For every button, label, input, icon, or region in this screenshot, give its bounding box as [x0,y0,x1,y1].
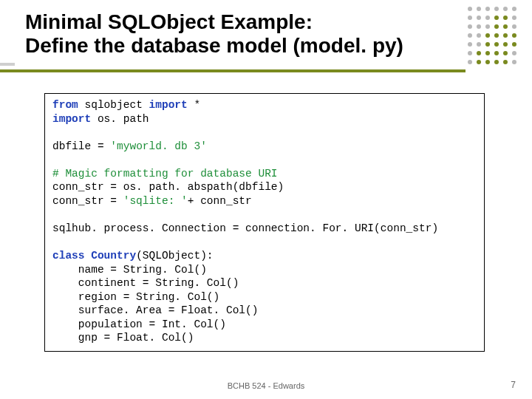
svg-point-37 [485,51,490,55]
svg-point-21 [512,51,516,55]
svg-point-42 [494,60,499,64]
svg-point-17 [477,33,481,38]
svg-point-41 [485,60,490,64]
svg-point-38 [494,51,499,55]
svg-point-43 [503,60,508,64]
page-number: 7 [511,380,516,390]
svg-point-16 [468,33,472,38]
svg-rect-0 [0,69,466,72]
svg-point-33 [494,42,499,47]
title-line-1: Minimal SQLObject Example: [25,10,313,33]
svg-point-6 [503,7,508,11]
svg-point-27 [503,24,508,29]
svg-point-34 [503,42,508,47]
str-dbfile: 'myworld. db 3' [110,140,207,152]
svg-point-22 [468,60,472,64]
classname: Country [91,250,136,262]
svg-point-10 [485,16,490,20]
svg-point-31 [512,33,516,38]
svg-point-28 [485,33,490,38]
svg-point-15 [512,24,516,29]
svg-point-2 [468,7,472,11]
kw-class: class [52,250,85,262]
svg-point-7 [512,7,516,11]
svg-point-40 [477,60,481,64]
svg-point-29 [494,33,499,38]
comment: # Magic formatting for database URI [52,168,278,180]
svg-point-14 [485,24,490,29]
svg-point-35 [512,42,516,47]
svg-point-39 [503,51,508,55]
svg-point-3 [477,7,481,11]
kw-import2: import [52,113,91,125]
svg-point-9 [477,16,481,20]
kw-from: from [52,99,78,111]
svg-point-11 [512,16,516,20]
svg-point-19 [477,42,481,47]
slide-title: Minimal SQLObject Example: Define the da… [25,10,403,58]
svg-point-18 [468,42,472,47]
svg-point-20 [468,51,472,55]
svg-point-4 [485,7,490,11]
svg-point-25 [503,16,508,20]
slide: Minimal SQLObject Example: Define the da… [0,0,532,399]
svg-point-26 [494,24,499,29]
svg-point-32 [485,42,490,47]
footer-text: BCHB 524 - Edwards [0,381,532,390]
title-line-2: Define the database model (model. py) [25,34,403,57]
corner-dots-icon [466,4,517,71]
str-sqlite: 'sqlite: ' [123,195,188,207]
svg-rect-1 [0,63,15,66]
svg-point-5 [494,7,499,11]
code-block: from sqlobject import * import os. path … [44,93,485,352]
kw-import: import [149,99,188,111]
svg-point-13 [477,24,481,29]
svg-point-23 [512,60,516,64]
svg-point-24 [494,16,499,20]
svg-point-36 [477,51,481,55]
svg-point-12 [468,24,472,29]
svg-point-30 [503,33,508,38]
svg-point-8 [468,16,472,20]
